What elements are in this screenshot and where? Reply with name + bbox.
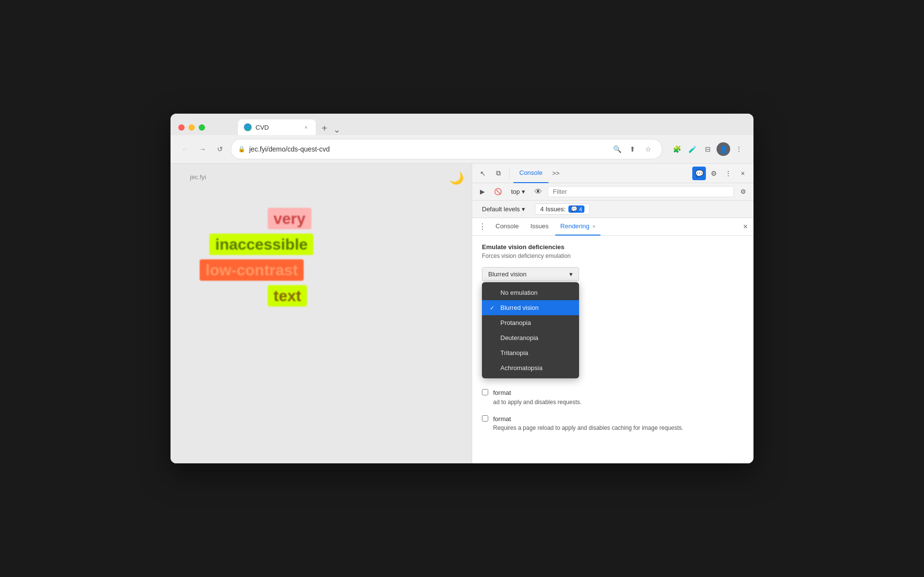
rendering-tab-close[interactable]: ×: [592, 223, 595, 229]
word-low-contrast-text: low-contrast: [200, 259, 304, 281]
cb2-body: Requires a page reload to apply and disa…: [493, 424, 684, 431]
rendering-tabs: ⋮ Console Issues Rendering × ×: [472, 218, 753, 236]
issues-badge[interactable]: 4 Issues: 💬 4: [535, 204, 590, 215]
checkbox-row-1: format ad to apply and disables requests…: [482, 388, 744, 407]
reload-button[interactable]: ↺: [213, 142, 227, 156]
address-actions: 🔍 ⬆ ☆: [610, 142, 655, 156]
rendering-tab-label: Rendering: [560, 222, 589, 230]
tab-console-rendering[interactable]: Console: [491, 218, 524, 236]
extensions-btn[interactable]: 🧩: [670, 142, 684, 156]
rendering-more-btn[interactable]: ⋮: [476, 221, 489, 233]
reload-icon: ↺: [217, 145, 223, 153]
header-divider: [509, 169, 510, 178]
minimize-button[interactable]: [188, 124, 195, 131]
lock-icon: 🔒: [238, 146, 245, 153]
tabs-row: 🌐 CVD × + ⌄: [238, 119, 341, 135]
section-subtitle: Forces vision deficiency emulation: [482, 253, 744, 259]
content-area: jec.fyi very inaccessible low-contrast t…: [171, 164, 753, 463]
issues-count-label: 4 Issues:: [540, 205, 565, 213]
console-tab-label: Console: [496, 222, 519, 230]
settings-btn[interactable]: ⚙: [707, 167, 720, 180]
checkbox-row-2: format Requires a page reload to apply a…: [482, 414, 744, 433]
close-button[interactable]: [178, 124, 185, 131]
more-options-btn[interactable]: ⋮: [732, 142, 746, 156]
issues-bar: Default levels ▾ 4 Issues: 💬 4: [472, 201, 753, 218]
clear-btn[interactable]: 🚫: [492, 186, 504, 198]
url-text: jec.fyi/demo/cds-quest-cvd: [249, 145, 606, 153]
share-btn[interactable]: ⬆: [626, 142, 639, 156]
flask-btn[interactable]: 🧪: [685, 142, 699, 156]
cursor-tool-btn[interactable]: ↖: [476, 167, 490, 180]
page-logo: jec.fyi: [190, 173, 452, 181]
demo-word-text: text: [229, 287, 452, 305]
default-levels-btn[interactable]: Default levels ▾: [478, 204, 529, 214]
tab-console[interactable]: Console: [513, 164, 548, 183]
check-protanopia: [490, 320, 496, 326]
cb2-title: format: [493, 415, 511, 423]
cb1-title: format: [493, 389, 511, 396]
play-btn[interactable]: ▶: [476, 186, 489, 198]
forward-button[interactable]: →: [196, 142, 209, 156]
filter-settings-btn[interactable]: ⚙: [737, 186, 750, 198]
devtools-panel: ↖ ⧉ Console >> 💬 ⚙ ⋮ × ▶: [472, 164, 753, 463]
tab-close-button[interactable]: ×: [302, 123, 310, 131]
option-no-emulation[interactable]: No emulation: [482, 285, 579, 300]
filter-input[interactable]: [548, 186, 734, 197]
title-bar: 🌐 CVD × + ⌄: [171, 114, 753, 135]
checkbox-1[interactable]: [482, 389, 488, 395]
option-protanopia[interactable]: Protanopia: [482, 315, 579, 330]
forward-icon: →: [199, 145, 206, 153]
vision-dropdown-selected: Blurred vision: [488, 271, 527, 278]
window-controls: 🌐 CVD × + ⌄: [178, 119, 746, 135]
section-title: Emulate vision deficiencies: [482, 243, 744, 251]
active-tab[interactable]: 🌐 CVD ×: [238, 119, 316, 135]
tab-title: CVD: [256, 124, 269, 131]
close-devtools-btn[interactable]: ×: [736, 167, 750, 180]
option-achromatopsia[interactable]: Achromatopsia: [482, 360, 579, 375]
bookmark-btn[interactable]: ☆: [641, 142, 655, 156]
checkbox-label-2: format Requires a page reload to apply a…: [493, 414, 684, 433]
cb1-body: ad to apply and disables requests.: [493, 399, 582, 406]
vision-dropdown-arrow: ▾: [569, 271, 573, 278]
back-button[interactable]: ←: [178, 142, 192, 156]
device-tool-btn[interactable]: ⧉: [492, 167, 505, 180]
demo-word-very: very: [229, 210, 452, 228]
more-devtools-btn[interactable]: ⋮: [721, 167, 735, 180]
devtools-header: ↖ ⧉ Console >> 💬 ⚙ ⋮ ×: [472, 164, 753, 183]
toggle-sidebar-btn[interactable]: ⊟: [701, 142, 715, 156]
rendering-content: Emulate vision deficiencies Forces visio…: [472, 236, 753, 463]
account-avatar[interactable]: 👤: [717, 142, 730, 156]
search-address-btn[interactable]: 🔍: [610, 142, 624, 156]
new-tab-button[interactable]: +: [318, 121, 331, 135]
default-levels-label: Default levels: [482, 205, 520, 213]
issues-tab-label: Issues: [530, 222, 549, 230]
devtools-header-actions: 💬 ⚙ ⋮ ×: [692, 167, 750, 180]
word-inaccessible-text: inaccessible: [209, 234, 313, 255]
console-bar: ▶ 🚫 top ▾ 👁 ⚙: [472, 183, 753, 201]
message-icon-btn[interactable]: 💬: [692, 167, 706, 180]
issues-icon-badge: 💬 4: [568, 205, 584, 213]
tab-rendering[interactable]: Rendering ×: [555, 218, 600, 236]
option-deuteranopia[interactable]: Deuteranopia: [482, 330, 579, 345]
devtools-main-tabs: Console >>: [513, 164, 690, 183]
tab-issues-rendering[interactable]: Issues: [526, 218, 554, 236]
address-input[interactable]: 🔒 jec.fyi/demo/cds-quest-cvd 🔍 ⬆ ☆: [231, 139, 662, 159]
browser-window: 🌐 CVD × + ⌄ ← → ↺ 🔒 jec.fyi/demo/cds-que…: [171, 114, 753, 463]
eye-btn[interactable]: 👁: [532, 186, 545, 198]
levels-arrow-icon: ▾: [522, 205, 525, 213]
top-dropdown[interactable]: top ▾: [507, 187, 529, 197]
checkbox-2[interactable]: [482, 415, 488, 422]
close-rendering-panel[interactable]: ×: [741, 221, 750, 233]
option-blurred-vision[interactable]: ✓ Blurred vision: [482, 300, 579, 315]
back-icon: ←: [182, 145, 188, 153]
top-label: top: [511, 188, 520, 195]
checkbox-label-1: format ad to apply and disables requests…: [493, 388, 582, 407]
option-tritanopia[interactable]: Tritanopia: [482, 345, 579, 360]
page-content: jec.fyi very inaccessible low-contrast t…: [171, 164, 472, 463]
issues-number: 4: [579, 206, 582, 212]
tab-more-btn[interactable]: >>: [548, 170, 564, 177]
maximize-button[interactable]: [199, 124, 205, 131]
check-deuteranopia: [490, 335, 496, 341]
vision-dropdown-btn[interactable]: Blurred vision ▾: [482, 267, 579, 281]
tab-list-dropdown[interactable]: ⌄: [333, 124, 341, 135]
